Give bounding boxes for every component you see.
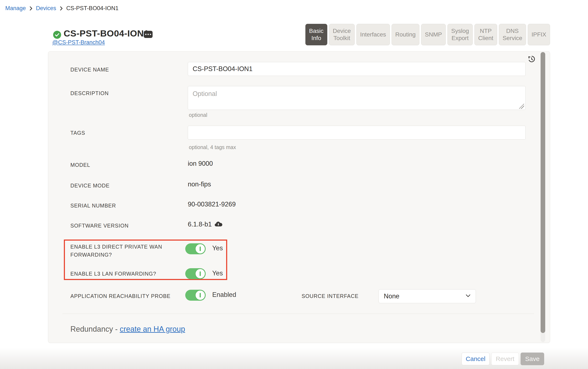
tab-bar: Basic Info Device Toolkit Interfaces Rou… (305, 24, 550, 45)
device-basic-info-page: Manage Devices CS-PST-BO04-ION1 CS-PST-B… (0, 0, 588, 369)
software-version-value: 6.1.8-b1 (188, 221, 212, 228)
chevron-right-icon (60, 6, 63, 11)
breadcrumb-manage[interactable]: Manage (5, 5, 26, 12)
l3-wan-forwarding-toggle[interactable] (185, 243, 206, 254)
l3-lan-forwarding-toggle[interactable] (185, 268, 206, 279)
app-reachability-probe-state: Enabled (212, 291, 236, 298)
redundancy-row: Redundancy - create an HA group (70, 325, 185, 334)
cancel-button[interactable]: Cancel (462, 353, 489, 365)
chevron-down-icon (466, 294, 471, 298)
serial-number-value: 90-003821-9269 (188, 201, 236, 208)
app-reachability-probe-toggle[interactable] (185, 290, 206, 301)
description-textarea[interactable] (188, 86, 526, 110)
revert-button[interactable]: Revert (491, 353, 519, 365)
source-interface-label: SOURCE INTERFACE (302, 293, 359, 299)
scrollbar-track[interactable] (541, 52, 545, 342)
section-divider (62, 314, 534, 314)
breadcrumb-current-device: CS-PST-BO04-ION1 (66, 5, 119, 12)
device-name-label: DEVICE NAME (70, 67, 109, 73)
ellipsis-dot (145, 34, 147, 35)
software-version-label: SOFTWARE VERSION (70, 223, 129, 229)
model-value: ion 9000 (188, 160, 213, 167)
l3-lan-forwarding-label: ENABLE L3 LAN FORWARDING? (70, 271, 156, 277)
history-icon[interactable] (527, 55, 536, 63)
tab-routing[interactable]: Routing (392, 24, 420, 45)
l3-lan-forwarding-state: Yes (212, 269, 223, 277)
breadcrumb-devices[interactable]: Devices (36, 5, 56, 12)
device-mode-value: non-fips (188, 181, 211, 188)
serial-number-label: SERIAL NUMBER (70, 203, 116, 209)
description-label: DESCRIPTION (70, 90, 109, 96)
check-circle-icon (53, 31, 61, 39)
ellipsis-dot (148, 34, 149, 35)
toggle-knob (195, 244, 205, 254)
tab-ipfix[interactable]: IPFIX (528, 24, 550, 45)
basic-info-panel: DEVICE NAME DESCRIPTION optional TAGS op… (48, 51, 550, 343)
app-reachability-probe-label: APPLICATION REACHABILITY PROBE (70, 293, 170, 299)
toggle-knob (195, 290, 205, 300)
page-title: CS-PST-BO04-ION1 (64, 28, 149, 39)
description-helper: optional (189, 112, 207, 118)
ellipsis-dot (150, 34, 151, 35)
tab-basic-info[interactable]: Basic Info (305, 24, 327, 45)
l3-wan-forwarding-label: ENABLE L3 DIRECT PRIVATE WAN FORWARDING? (70, 243, 165, 259)
model-label: MODEL (70, 162, 90, 168)
tab-interfaces[interactable]: Interfaces (356, 24, 390, 45)
breadcrumb: Manage Devices CS-PST-BO04-ION1 (5, 5, 119, 12)
create-ha-group-link[interactable]: create an HA group (120, 325, 185, 333)
tab-ntp-client[interactable]: NTP Client (474, 24, 497, 45)
device-mode-label: DEVICE MODE (70, 183, 110, 189)
l3-wan-forwarding-state: Yes (212, 244, 223, 252)
tab-syslog-export[interactable]: Syslog Export (448, 24, 473, 45)
tags-input[interactable] (188, 126, 526, 140)
cloud-download-icon[interactable] (214, 221, 223, 229)
toggle-knob (195, 269, 205, 279)
chevron-right-icon (29, 6, 33, 11)
source-interface-select[interactable]: None (379, 289, 476, 303)
save-button[interactable]: Save (520, 353, 544, 365)
tags-label: TAGS (70, 130, 85, 136)
tab-snmp[interactable]: SNMP (421, 24, 446, 45)
ellipsis-menu-button[interactable] (144, 31, 153, 38)
device-name-input[interactable] (188, 62, 526, 76)
tab-device-toolkit[interactable]: Device Toolkit (329, 24, 355, 45)
redundancy-text: Redundancy - (70, 325, 120, 333)
tags-helper: optional, 4 tags max (189, 144, 236, 150)
site-link[interactable]: @CS-PST-Branch04 (52, 39, 105, 46)
tab-dns-service[interactable]: DNS Service (499, 24, 526, 45)
source-interface-value: None (384, 292, 466, 300)
scrollbar-thumb[interactable] (541, 52, 545, 333)
